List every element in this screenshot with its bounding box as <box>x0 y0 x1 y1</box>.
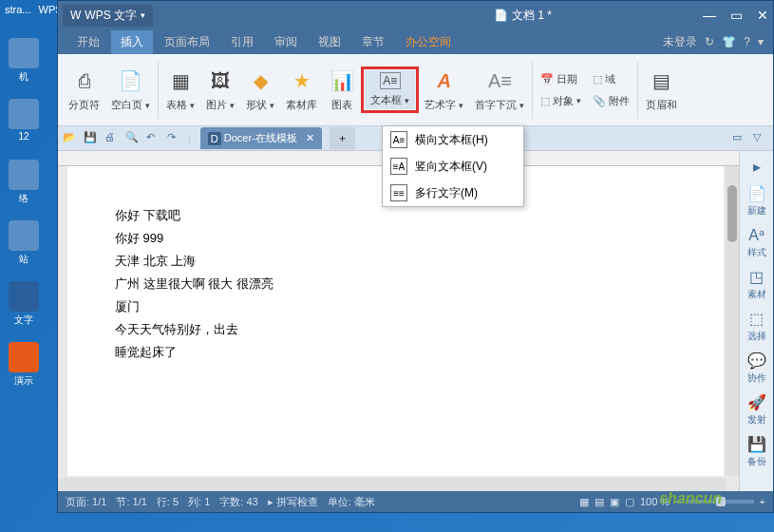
side-arrow-icon[interactable]: ▸ <box>747 157 766 176</box>
sb-unit[interactable]: 单位: 毫米 <box>328 495 375 509</box>
object-icon: ⬚ <box>540 95 550 107</box>
docer-tab[interactable]: D Docer-在线模板 ✕ <box>200 127 322 149</box>
document-title: 📄 文档 1 * <box>494 8 552 24</box>
preview-icon[interactable]: 🔍 <box>125 131 141 146</box>
wordart-button[interactable]: A艺术字 ▾ <box>419 66 469 114</box>
login-status[interactable]: 未登录 <box>663 34 697 50</box>
table-button[interactable]: ▦表格 ▾ <box>160 66 200 114</box>
side-new[interactable]: 📄新建 <box>747 183 766 218</box>
desktop-icon[interactable]: 机 <box>5 38 43 91</box>
document-page[interactable]: 📄▸ 你好 下载吧 你好 999 天津 北京 上海 广州 这里很大啊 很大 很漂… <box>67 166 724 476</box>
undo-icon[interactable]: ↶ <box>146 131 161 146</box>
highlighted-area: A≡文本框 ▾ <box>361 66 419 113</box>
side-material[interactable]: ◳素材 <box>747 267 766 301</box>
view-icon[interactable]: ▦ <box>579 496 589 508</box>
backup-icon: 💾 <box>747 434 766 453</box>
blank-page-icon: 📄 <box>118 67 144 94</box>
object-button[interactable]: ⬚对象 ▾ <box>538 92 583 110</box>
menu-office-space[interactable]: 办公空间 <box>396 30 461 54</box>
page-break-icon: ⎙ <box>71 67 98 94</box>
desktop-icon[interactable]: 12 <box>5 99 43 152</box>
material-icon: ◳ <box>747 267 766 286</box>
zoom-in-button[interactable]: + <box>760 496 765 507</box>
chart-button[interactable]: 📊图表 <box>323 66 361 114</box>
sb-section[interactable]: 节: 1/1 <box>116 495 146 509</box>
save-icon[interactable]: 💾 <box>84 131 99 146</box>
menu-reference[interactable]: 引用 <box>221 30 263 54</box>
docer-icon: D <box>208 132 221 145</box>
doc-line: 你好 下载吧 <box>115 204 676 227</box>
chevron-down-icon[interactable]: ▾ <box>758 35 764 48</box>
header-footer-button[interactable]: ▤页眉和 <box>640 66 683 114</box>
table-icon: ▦ <box>167 67 194 94</box>
ribbon: ⎙分页符 📄空白页 ▾ ▦表格 ▾ 🖼图片 ▾ ◆形状 ▾ ★素材库 📊图表 A… <box>58 54 773 126</box>
sb-line[interactable]: 行: 5 <box>157 495 179 509</box>
menu-start[interactable]: 开始 <box>67 30 109 54</box>
doc-line: 天津 北京 上海 <box>115 250 676 273</box>
help-icon[interactable]: ? <box>744 35 750 48</box>
view-icon[interactable]: ▤ <box>595 496 604 508</box>
watermark: shancun <box>659 490 722 507</box>
shapes-button[interactable]: ◆形状 ▾ <box>240 66 280 114</box>
side-style[interactable]: Aᵃ样式 <box>747 225 766 259</box>
maximize-button[interactable]: ▭ <box>730 8 743 23</box>
rocket-icon: 🚀 <box>747 392 766 411</box>
dd-horizontal-textbox[interactable]: A≡ 横向文本框(H) <box>383 126 523 153</box>
minimize-button[interactable]: ― <box>703 8 716 23</box>
doc-line: 厦门 <box>115 295 676 318</box>
app-title-badge[interactable]: W WPS 文字 ▾ <box>63 5 153 27</box>
print-icon[interactable]: 🖨 <box>104 131 120 146</box>
vertical-scrollbar[interactable] <box>726 166 739 476</box>
sb-chars[interactable]: 字数: 43 <box>219 495 257 509</box>
desktop-icon[interactable]: 演示 <box>5 342 43 395</box>
sb-page[interactable]: 页面: 1/1 <box>66 495 106 509</box>
view-icon[interactable]: ▢ <box>625 496 634 508</box>
titlebar: W WPS 文字 ▾ 📄 文档 1 * ― ▭ ✕ <box>58 1 773 29</box>
close-button[interactable]: ✕ <box>757 8 768 23</box>
desktop-icon[interactable]: 络 <box>5 160 43 213</box>
menu-pagelayout[interactable]: 页面布局 <box>155 30 219 54</box>
desktop-icon[interactable]: 文字 <box>5 281 43 334</box>
document-icon: 📄 <box>494 9 508 22</box>
side-select[interactable]: ⬚选择 <box>747 309 766 343</box>
attachment-button[interactable]: 📎附件 <box>591 92 632 110</box>
dd-vertical-textbox[interactable]: ≡A 竖向文本框(V) <box>383 153 523 180</box>
open-icon[interactable]: 📂 <box>63 131 78 146</box>
date-button[interactable]: 📅日期 <box>538 70 583 88</box>
desktop-icon[interactable]: 站 <box>5 220 43 274</box>
side-send[interactable]: 🚀发射 <box>747 392 766 427</box>
clipart-button[interactable]: ★素材库 <box>280 66 323 114</box>
menu-section[interactable]: 章节 <box>352 30 394 54</box>
shirt-icon[interactable]: 👕 <box>722 35 736 48</box>
toolbar-icon[interactable]: ▭ <box>732 131 747 146</box>
field-button[interactable]: ⬚域 <box>591 70 632 88</box>
sb-col[interactable]: 列: 1 <box>188 495 210 509</box>
horizontal-scrollbar[interactable] <box>58 478 726 491</box>
sync-icon[interactable]: ↻ <box>705 35 714 48</box>
view-icon[interactable]: ▣ <box>610 496 619 508</box>
menu-review[interactable]: 审阅 <box>265 30 307 54</box>
blank-page-button[interactable]: 📄空白页 ▾ <box>105 66 156 114</box>
header-icon: ▤ <box>649 67 675 94</box>
side-backup[interactable]: 💾备份 <box>747 434 766 468</box>
picture-button[interactable]: 🖼图片 ▾ <box>200 66 240 114</box>
side-coop[interactable]: 💬协作 <box>747 351 766 385</box>
sb-spell[interactable]: ▸ 拼写检查 <box>268 495 318 509</box>
side-panel: ▸ 📄新建 Aᵃ样式 ◳素材 ⬚选择 💬协作 🚀发射 💾备份 <box>739 151 773 491</box>
page-break-button[interactable]: ⎙分页符 <box>63 66 105 114</box>
wordart-icon: A <box>431 67 458 94</box>
close-tab-icon[interactable]: ✕ <box>306 132 314 144</box>
dd-multiline-text[interactable]: ≡≡ 多行文字(M) <box>383 180 523 206</box>
style-icon: Aᵃ <box>747 225 766 244</box>
new-icon: 📄 <box>747 183 766 202</box>
menu-view[interactable]: 视图 <box>309 30 350 54</box>
doc-line: 睡觉起床了 <box>115 341 676 364</box>
taskbar-item[interactable]: stra... <box>5 4 31 15</box>
chat-icon: 💬 <box>747 351 766 370</box>
dropcap-button[interactable]: A≡首字下沉 ▾ <box>469 66 530 114</box>
toolbar-icon[interactable]: ▽ <box>753 131 768 146</box>
redo-icon[interactable]: ↷ <box>167 131 182 146</box>
textbox-button[interactable]: A≡文本框 ▾ <box>365 70 415 109</box>
menu-insert[interactable]: 插入 <box>111 30 153 54</box>
new-tab-button[interactable]: ＋ <box>330 127 355 149</box>
